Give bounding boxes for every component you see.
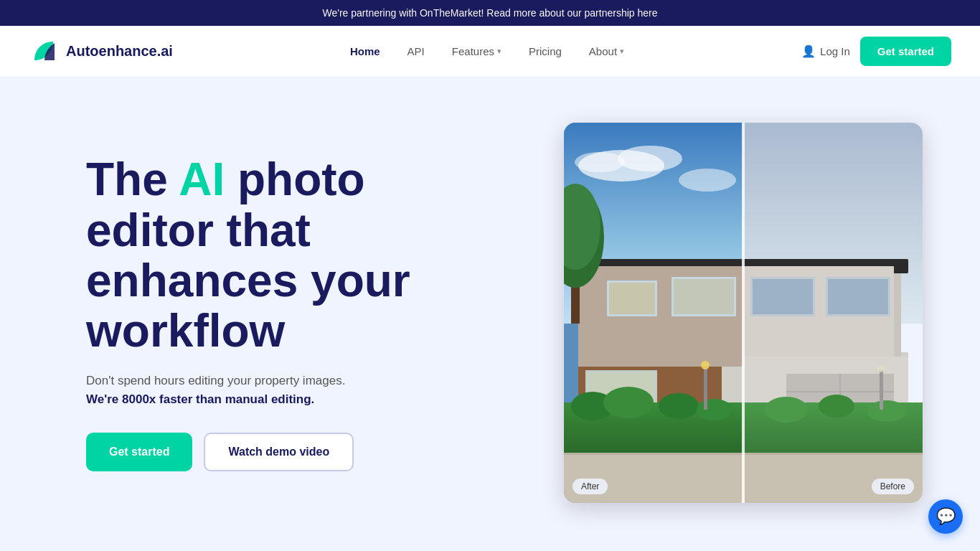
hero-heading-prefix: The (86, 154, 179, 205)
nav-about[interactable]: About ▾ (579, 39, 634, 63)
house-svg: 334 (564, 123, 923, 503)
nav-home[interactable]: Home (340, 39, 390, 63)
svg-point-42 (659, 393, 699, 419)
header: Autoenhance.ai Home API Features ▾ Prici… (0, 26, 980, 76)
nav-pricing[interactable]: Pricing (519, 39, 572, 63)
before-label: Before (872, 479, 914, 494)
logo[interactable]: Autoenhance.ai (29, 36, 173, 66)
chat-bubble[interactable]: 💬 (928, 499, 963, 534)
logo-text: Autoenhance.ai (66, 43, 173, 60)
svg-rect-53 (880, 370, 883, 410)
nav-right: 👤 Log In Get started (801, 37, 951, 66)
svg-point-54 (877, 365, 885, 372)
svg-point-48 (765, 397, 808, 423)
svg-rect-25 (753, 279, 813, 314)
person-icon: 👤 (801, 44, 816, 58)
banner-text: We're partnering with OnTheMarket! Read … (323, 7, 658, 19)
svg-point-41 (603, 387, 654, 418)
nav-features[interactable]: Features ▾ (442, 39, 512, 63)
hero-text-block: The AI photo editor that enhances your w… (86, 154, 502, 471)
svg-point-52 (701, 361, 710, 369)
logo-icon (29, 36, 59, 66)
svg-rect-20 (609, 283, 655, 314)
svg-rect-51 (704, 367, 707, 410)
hero-subtext: Don't spend hours editing your property … (86, 374, 502, 388)
login-link[interactable]: 👤 Log In (801, 44, 850, 58)
svg-point-50 (867, 400, 907, 422)
nav-get-started-button[interactable]: Get started (860, 37, 951, 66)
about-chevron-icon: ▾ (620, 47, 624, 56)
chat-icon: 💬 (936, 507, 956, 526)
hero-heading: The AI photo editor that enhances your w… (86, 154, 502, 357)
svg-point-7 (575, 152, 625, 172)
svg-point-43 (697, 399, 732, 420)
svg-rect-23 (674, 279, 734, 314)
hero-watch-demo-button[interactable]: Watch demo video (204, 433, 354, 471)
main-nav: Home API Features ▾ Pricing About ▾ (340, 39, 634, 63)
svg-point-6 (618, 146, 682, 171)
svg-point-49 (819, 395, 854, 418)
hero-subtext-bold: We're 8000x faster than manual editing. (86, 392, 502, 407)
hero-image: 334 (564, 123, 923, 503)
svg-rect-27 (828, 279, 888, 314)
hero-ai-word: AI (179, 154, 225, 205)
top-banner: We're partnering with OnTheMarket! Read … (0, 0, 980, 26)
svg-point-8 (679, 169, 736, 192)
svg-rect-55 (742, 123, 745, 503)
login-label: Log In (820, 45, 850, 57)
hero-section: The AI photo editor that enhances your w… (0, 76, 980, 550)
hero-buttons: Get started Watch demo video (86, 433, 502, 471)
features-chevron-icon: ▾ (497, 47, 501, 56)
hero-get-started-button[interactable]: Get started (86, 433, 192, 471)
nav-api[interactable]: API (397, 39, 435, 63)
after-label: After (573, 479, 608, 494)
